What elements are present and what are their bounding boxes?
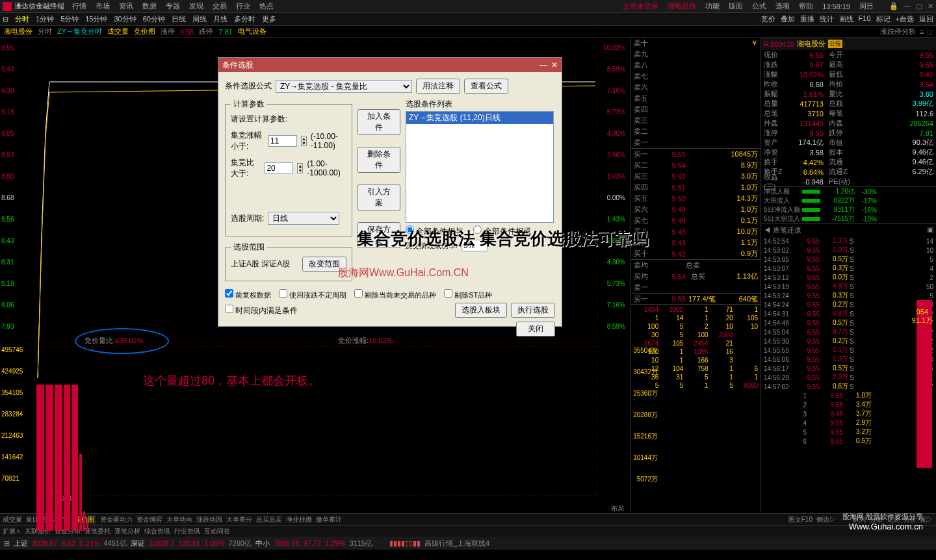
period-tab[interactable]: 月线 bbox=[213, 14, 228, 24]
chk-period[interactable]: 使用涨跌不定周期 bbox=[279, 289, 346, 300]
menu-icon[interactable]: ≡ bbox=[920, 28, 924, 36]
period-tab[interactable]: 周线 bbox=[192, 14, 207, 24]
tab-item[interactable]: 图文F10 bbox=[788, 515, 812, 524]
tool-item[interactable]: 竞价 bbox=[761, 14, 775, 24]
announce-badge[interactable]: 公告 bbox=[828, 40, 842, 48]
tab-item[interactable]: 资金博弈 bbox=[136, 515, 162, 524]
menu-item[interactable]: 发现 bbox=[189, 1, 203, 11]
menu-item[interactable]: 选项 bbox=[775, 1, 790, 11]
heatmap-icon[interactable]: ▮▮▮▮▯▯▮▮ bbox=[389, 539, 421, 548]
menu-item[interactable]: 行业 bbox=[236, 1, 250, 11]
minimize-icon[interactable]: — bbox=[904, 2, 911, 10]
menu-item[interactable]: 功能 bbox=[705, 1, 720, 11]
expand-icon[interactable]: ⊞ bbox=[4, 539, 10, 548]
period-tab[interactable]: 60分钟 bbox=[143, 14, 165, 24]
chk-fq[interactable]: 前复权数据 bbox=[225, 289, 271, 300]
tab-item[interactable]: 净挂挂撤 bbox=[286, 515, 312, 524]
tick-row: 14:54:249.550.2万S3 bbox=[761, 300, 936, 309]
tool-item[interactable]: 重播 bbox=[800, 14, 814, 24]
tab-item[interactable]: 涨跌动因 bbox=[196, 515, 222, 524]
usage-button[interactable]: 用法注释 bbox=[416, 79, 460, 94]
tab-item[interactable]: 侧边▷ bbox=[816, 515, 836, 524]
minimize-icon[interactable]: — bbox=[540, 60, 547, 70]
tool-item[interactable]: +自选 bbox=[896, 14, 914, 24]
tool-item[interactable]: 叠加 bbox=[781, 14, 795, 24]
tool-item[interactable]: F10 bbox=[859, 14, 871, 24]
condition-item[interactable]: ZY→集竞选股 (11,20)日线 bbox=[406, 112, 553, 124]
tab-item[interactable]: 大单差分 bbox=[226, 515, 252, 524]
tab-item[interactable]: 撤单累计 bbox=[316, 515, 342, 524]
import-plan-button[interactable]: 引入方案 bbox=[358, 185, 400, 210]
spinner-icon[interactable]: ▲▼ bbox=[301, 136, 307, 146]
index-name[interactable]: 中小 bbox=[255, 539, 270, 548]
spinner-icon[interactable]: ▲▼ bbox=[297, 163, 303, 173]
close-button[interactable]: 关闭 bbox=[516, 322, 555, 337]
analysis-label[interactable]: 涨跌停分析 bbox=[880, 27, 916, 36]
chk-exclude-st[interactable]: 剔除ST品种 bbox=[444, 289, 492, 300]
delete-condition-button[interactable]: 删除条件 bbox=[358, 147, 400, 173]
menu-item[interactable]: 行情 bbox=[72, 1, 86, 11]
server-label[interactable]: 高级行情_上海双线4 bbox=[424, 539, 489, 548]
period-more[interactable]: 更多 bbox=[262, 14, 276, 24]
condition-listbox[interactable]: ZY→集竞选股 (11,20)日线 bbox=[406, 111, 554, 223]
tab-item[interactable]: 逐笔分析 bbox=[114, 527, 140, 536]
ticks-header[interactable]: ◀ 逐笔还原 ▣ bbox=[761, 224, 936, 236]
tab-item[interactable]: 扩展∧ bbox=[3, 527, 21, 536]
period-select[interactable]: 日线 bbox=[268, 212, 339, 225]
login-status[interactable]: 交易未登录 bbox=[623, 1, 658, 11]
tab-item[interactable]: 互动问答 bbox=[204, 527, 230, 536]
toolbar-toggle-icon[interactable]: ⊟ bbox=[3, 15, 8, 23]
close-icon[interactable]: ✕ bbox=[928, 2, 933, 10]
layout-label[interactable]: 布局 bbox=[611, 504, 624, 513]
tool-item[interactable]: 返回 bbox=[919, 14, 933, 24]
index-name[interactable]: 深证 bbox=[131, 539, 145, 548]
param1-input[interactable] bbox=[268, 135, 297, 147]
param2-input[interactable] bbox=[265, 162, 293, 174]
index-pct: 1.29% bbox=[325, 539, 345, 547]
chk-timerange[interactable]: 时间段内满足条件 bbox=[225, 305, 298, 316]
add-condition-button[interactable]: 加入条件 bbox=[358, 109, 400, 135]
menu-item[interactable]: 帮助 bbox=[799, 1, 813, 11]
menu-item[interactable]: 资讯 bbox=[119, 1, 133, 11]
formula-select[interactable]: ZY→集竞选股 - 集竞量比 bbox=[276, 80, 412, 93]
execute-button[interactable]: 执行选股 bbox=[511, 303, 555, 318]
period-tab[interactable]: 分时 bbox=[15, 14, 29, 24]
period-tab[interactable]: 30分钟 bbox=[114, 14, 136, 24]
index-pct: 0.31% bbox=[79, 539, 99, 547]
chk-exclude-notrade[interactable]: 剔除当前未交易的品种 bbox=[354, 289, 436, 300]
maximize-icon[interactable]: ▢ bbox=[916, 2, 922, 10]
menu-item[interactable]: 版面 bbox=[729, 1, 743, 11]
into-block-button[interactable]: 选股入板块 bbox=[455, 303, 507, 318]
buy-level-row: 买二9.548.9万 bbox=[631, 160, 760, 171]
tool-item[interactable]: 画线 bbox=[839, 14, 853, 24]
expand-icon[interactable]: ▣ bbox=[927, 225, 933, 235]
tool-item[interactable]: 标记 bbox=[876, 14, 890, 24]
tab-item[interactable]: 总买总卖 bbox=[256, 515, 282, 524]
tab-item[interactable]: 综合资讯 bbox=[144, 527, 170, 536]
index-name[interactable]: 上证 bbox=[14, 539, 28, 548]
tool-item[interactable]: 统计 bbox=[820, 14, 834, 24]
tab-item[interactable]: 行业资讯 bbox=[174, 527, 200, 536]
period-tab[interactable]: 多分时 bbox=[234, 14, 255, 24]
period-tab[interactable]: 1分钟 bbox=[36, 14, 54, 24]
menu-item[interactable]: 热点 bbox=[259, 1, 274, 11]
tab-item[interactable]: 逐笔委托 bbox=[84, 527, 110, 536]
tab-item[interactable]: 成交量 bbox=[3, 515, 22, 524]
tab-item[interactable]: 大单动向 bbox=[166, 515, 192, 524]
formula-label: 条件选股公式 bbox=[225, 81, 272, 92]
period-tab[interactable]: 5分钟 bbox=[60, 14, 79, 24]
close-icon[interactable]: ✕ bbox=[551, 60, 558, 70]
period-tab[interactable]: 日线 bbox=[172, 14, 186, 24]
menu-item[interactable]: 专题 bbox=[166, 1, 180, 11]
menu-item[interactable]: 交易 bbox=[213, 1, 227, 11]
lock-icon[interactable]: 🔒 bbox=[889, 2, 898, 10]
tab-item[interactable]: 资金驱动力 bbox=[100, 515, 133, 524]
menu-item[interactable]: 市场 bbox=[96, 1, 110, 11]
menu-item[interactable]: 数据 bbox=[142, 1, 157, 11]
period-tab[interactable]: 15分钟 bbox=[85, 14, 107, 24]
expand-icon[interactable]: □ bbox=[928, 28, 932, 36]
dialog-titlebar[interactable]: 条件选股 — ✕ bbox=[218, 58, 562, 72]
view-formula-button[interactable]: 查看公式 bbox=[464, 79, 508, 94]
current-stock: 湘电股份 bbox=[668, 1, 696, 11]
menu-item[interactable]: 公式 bbox=[752, 1, 766, 11]
